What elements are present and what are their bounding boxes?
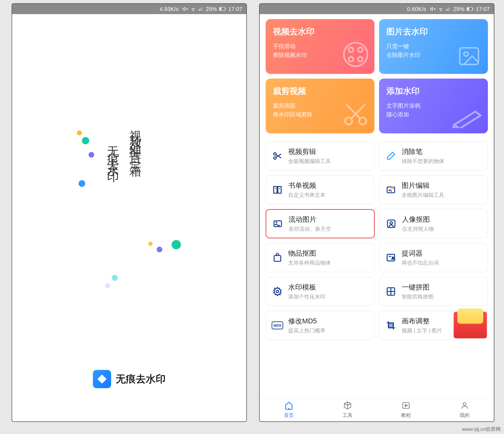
splash-content: 视频处理百宝箱 无痕去水印 无痕去水印 (12, 14, 246, 421)
battery-percent: 29% (206, 6, 217, 12)
tool-modify-md5[interactable]: MD5 修改MD5 提高上热门概率 (266, 311, 374, 340)
mute-icon (430, 6, 436, 12)
tool-eraser[interactable]: 消除笔 抹除不想要的物体 (379, 141, 488, 171)
wifi-icon (438, 6, 443, 12)
tool-subtitle: 再也不怕忘台词 (402, 259, 439, 267)
svg-rect-4 (225, 8, 226, 10)
red-envelope-badge[interactable] (454, 308, 487, 338)
svg-rect-10 (473, 8, 473, 10)
decor-dot (171, 240, 181, 249)
nav-label: 我的 (460, 412, 470, 419)
svg-rect-11 (467, 8, 469, 10)
tool-subtitle: 视频 | 文字 | 图片 (402, 327, 442, 334)
svg-rect-30 (274, 256, 281, 262)
svg-point-29 (390, 222, 393, 224)
nav-label: 首页 (284, 412, 294, 419)
tool-title: 消除笔 (402, 147, 444, 156)
tool-subtitle: 全能图片编辑工具 (402, 191, 444, 199)
clock: 17:07 (476, 6, 490, 12)
play-square-icon (402, 401, 410, 411)
tool-subtitle: 全能视频编辑工具 (288, 158, 331, 165)
signal-icon (198, 7, 203, 11)
tool-subtitle: 发丝流动、换天空 (288, 225, 331, 233)
md5-icon: MD5 (271, 319, 284, 332)
app-logo-icon (93, 370, 111, 388)
tool-person-cutout[interactable]: 人像抠图 仅支持抠人物 (379, 209, 488, 238)
svg-point-20 (359, 118, 366, 125)
app-brand: 无痕去水印 (93, 370, 166, 388)
card-add-watermark[interactable]: 添加水印 文字图片涂鸦 随心添加 (379, 79, 488, 133)
card-title: 视频去水印 (273, 26, 367, 37)
teleprompter-icon: A (384, 251, 397, 264)
card-title: 添加水印 (386, 86, 481, 97)
svg-text:MD5: MD5 (274, 323, 281, 327)
mute-icon (182, 6, 188, 12)
tool-object-cutout[interactable]: 物品抠图 支持各种商品物体 (266, 243, 374, 272)
tool-subtitle: 抹除不想要的物体 (402, 158, 444, 165)
svg-rect-5 (220, 8, 221, 10)
svg-rect-40 (389, 324, 393, 327)
nav-tutorial[interactable]: 教程 (377, 398, 435, 421)
tool-subtitle: 仅支持抠人物 (402, 225, 434, 233)
gear-icon (271, 285, 284, 298)
card-crop-video[interactable]: 裁剪视频 裁剪画面 将水印区域剪除 (266, 79, 374, 133)
decor-dot (82, 137, 89, 144)
nav-home[interactable]: 首页 (260, 398, 318, 421)
tool-title: 视频剪辑 (288, 147, 331, 156)
tool-image-edit[interactable]: 图片编辑 全能图片编辑工具 (379, 175, 488, 204)
tool-title: 图片编辑 (402, 181, 444, 190)
tool-video-edit[interactable]: 视频剪辑 全能视频编辑工具 (266, 141, 374, 171)
nav-profile[interactable]: 我的 (435, 398, 494, 421)
network-speed: 4.93K/s (160, 6, 179, 12)
card-image-watermark-remove[interactable]: 图片去水印 只需一键 去除图片水印 (379, 19, 488, 74)
svg-text:A: A (392, 256, 394, 260)
tool-collage[interactable]: 一键拼图 智能宫格拼图 (379, 277, 488, 306)
card-title: 图片去水印 (386, 26, 481, 37)
network-speed: 0.60K/s (407, 6, 426, 12)
svg-point-34 (276, 290, 279, 293)
svg-point-18 (464, 52, 468, 56)
svg-point-22 (274, 157, 276, 159)
crop-icon (384, 319, 397, 332)
bottom-nav: 首页 工具 教程 我的 (260, 398, 494, 421)
svg-point-2 (193, 11, 193, 11)
bag-icon (271, 251, 284, 264)
tool-flow-image[interactable]: 流动图片 发丝流动、换天空 (266, 209, 375, 238)
battery-icon (219, 7, 226, 11)
decor-dot (89, 152, 94, 158)
eraser-icon (384, 149, 397, 163)
svg-point-21 (274, 153, 276, 155)
picture-icon (455, 44, 483, 69)
cube-icon (343, 401, 352, 411)
svg-point-26 (392, 187, 393, 189)
nav-label: 教程 (401, 412, 411, 419)
card-video-watermark-remove[interactable]: 视频去水印 手指滑动 擦除视频水印 (266, 19, 374, 74)
splash-tagline-1: 视频处理百宝箱 (127, 120, 144, 162)
home-screen-phone: 0.60K/s 29% 17:07 视频去水印 手指滑动 擦除视频水印 图片去水… (259, 3, 494, 422)
tool-booklist-video[interactable]: 书单视频 自定义书单文本 (266, 175, 374, 204)
pencil-icon (452, 108, 483, 129)
user-icon (460, 401, 469, 411)
decor-dot (105, 283, 110, 288)
tool-title: 水印模板 (288, 282, 325, 292)
card-title: 裁剪视频 (273, 86, 367, 97)
decor-dot (157, 247, 162, 252)
film-reel-icon (342, 40, 370, 69)
tool-title: 人像抠图 (402, 215, 434, 224)
wave-image-icon (271, 217, 284, 230)
tool-title: 物品抠图 (288, 249, 331, 258)
svg-rect-17 (460, 48, 479, 64)
wifi-icon (190, 6, 196, 12)
splash-screen-phone: 4.93K/s 29% 17:07 视频处理百宝箱 无痕去水印 (12, 3, 247, 422)
source-watermark: www.rjtj.cn软荐网 (462, 426, 501, 433)
tool-subtitle: 自定义书单文本 (288, 191, 325, 199)
nav-tools[interactable]: 工具 (318, 398, 377, 421)
grid-icon (384, 285, 397, 298)
tool-title: 修改MD5 (288, 316, 325, 326)
home-content[interactable]: 视频去水印 手指滑动 擦除视频水印 图片去水印 只需一键 去除图片水印 裁剪视频… (260, 14, 494, 398)
signal-icon (446, 7, 451, 11)
app-name: 无痕去水印 (116, 372, 166, 386)
tool-teleprompter[interactable]: A 提词器 再也不怕忘台词 (379, 243, 488, 272)
scissors-icon (342, 100, 370, 129)
tool-watermark-template[interactable]: 水印模板 添加个性化水印 (266, 277, 374, 306)
